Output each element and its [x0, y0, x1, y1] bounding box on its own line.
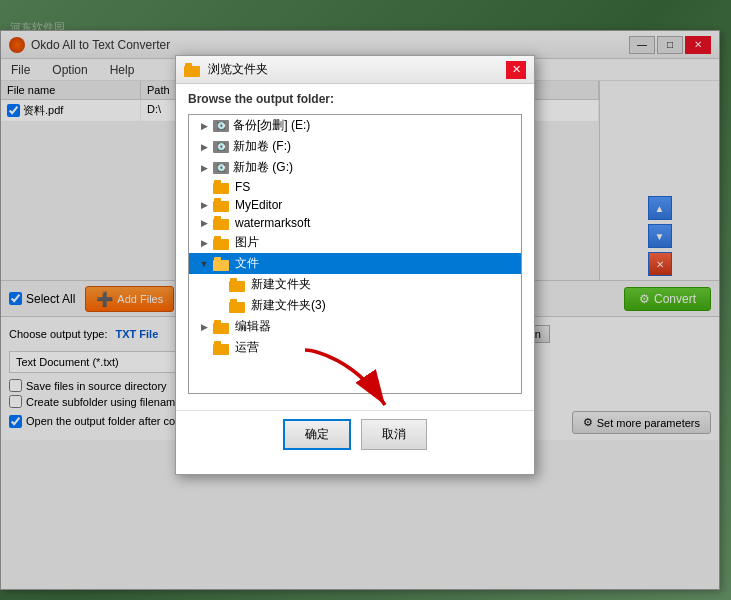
drive-g-label: 新加卷 (G:) — [233, 159, 293, 176]
browse-folder-dialog: 浏览文件夹 ✕ Browse the output folder: ▶ 💽 备份… — [175, 55, 535, 475]
folder-icon-watermarksoft — [213, 216, 231, 230]
folder-icon-new3 — [229, 299, 247, 313]
arrow-fs — [197, 180, 211, 194]
folder-icon — [184, 63, 200, 77]
dialog-ok-button[interactable]: 确定 — [283, 419, 351, 450]
tree-item-watermarksoft[interactable]: ▶ watermarksoft — [189, 214, 521, 232]
tree-item-pictures[interactable]: ▶ 图片 — [189, 232, 521, 253]
new-folder1-label: 新建文件夹 — [251, 276, 311, 293]
arrow-pictures: ▶ — [197, 236, 211, 250]
myeditor-label: MyEditor — [235, 198, 282, 212]
arrow-files: ▼ — [197, 257, 211, 271]
dialog-footer: 确定 取消 — [176, 410, 534, 458]
tree-item-new-folder1[interactable]: 新建文件夹 — [189, 274, 521, 295]
operations-label: 运营 — [235, 339, 259, 356]
new-folder3-label: 新建文件夹(3) — [251, 297, 326, 314]
tree-item-files[interactable]: ▼ 文件 — [189, 253, 521, 274]
folder-icon-myeditor — [213, 198, 231, 212]
drive-icon-e: 💽 — [213, 120, 229, 132]
arrow-drive-f: ▶ — [197, 140, 211, 154]
editor-label: 编辑器 — [235, 318, 271, 335]
folder-icon-new1 — [229, 278, 247, 292]
dialog-title: 浏览文件夹 — [208, 61, 268, 78]
arrow-drive-g: ▶ — [197, 161, 211, 175]
arrow-new-folder3 — [213, 299, 227, 313]
dialog-cancel-button[interactable]: 取消 — [361, 419, 427, 450]
dialog-titlebar: 浏览文件夹 ✕ — [176, 56, 534, 84]
arrow-new-folder1 — [213, 278, 227, 292]
tree-item-drive-e[interactable]: ▶ 💽 备份[勿删] (E:) — [189, 115, 521, 136]
tree-item-drive-g[interactable]: ▶ 💽 新加卷 (G:) — [189, 157, 521, 178]
drive-icon-f: 💽 — [213, 141, 229, 153]
tree-view[interactable]: ▶ 💽 备份[勿删] (E:) ▶ 💽 新加卷 (F:) ▶ 💽 新加卷 (G:… — [188, 114, 522, 394]
folder-icon-pictures — [213, 236, 231, 250]
tree-item-new-folder3[interactable]: 新建文件夹(3) — [189, 295, 521, 316]
arrow-editor: ▶ — [197, 320, 211, 334]
folder-icon-files — [213, 257, 231, 271]
fs-label: FS — [235, 180, 250, 194]
files-label: 文件 — [235, 255, 259, 272]
folder-icon-fs — [213, 180, 231, 194]
tree-item-editor[interactable]: ▶ 编辑器 — [189, 316, 521, 337]
drive-f-label: 新加卷 (F:) — [233, 138, 291, 155]
arrow-drive-e: ▶ — [197, 119, 211, 133]
watermarksoft-label: watermarksoft — [235, 216, 310, 230]
folder-icon-operations — [213, 341, 231, 355]
dialog-subtitle: Browse the output folder: — [176, 84, 534, 110]
dialog-close-button[interactable]: ✕ — [506, 61, 526, 79]
drive-icon-g: 💽 — [213, 162, 229, 174]
drive-e-label: 备份[勿删] (E:) — [233, 117, 310, 134]
tree-item-myeditor[interactable]: ▶ MyEditor — [189, 196, 521, 214]
dialog-content: ▶ 💽 备份[勿删] (E:) ▶ 💽 新加卷 (F:) ▶ 💽 新加卷 (G:… — [176, 110, 534, 410]
tree-item-drive-f[interactable]: ▶ 💽 新加卷 (F:) — [189, 136, 521, 157]
dialog-title-left: 浏览文件夹 — [184, 61, 268, 78]
tree-item-operations[interactable]: 运营 — [189, 337, 521, 358]
arrow-myeditor: ▶ — [197, 198, 211, 212]
arrow-watermarksoft: ▶ — [197, 216, 211, 230]
pictures-label: 图片 — [235, 234, 259, 251]
folder-icon-editor — [213, 320, 231, 334]
arrow-operations — [197, 341, 211, 355]
tree-item-fs[interactable]: FS — [189, 178, 521, 196]
